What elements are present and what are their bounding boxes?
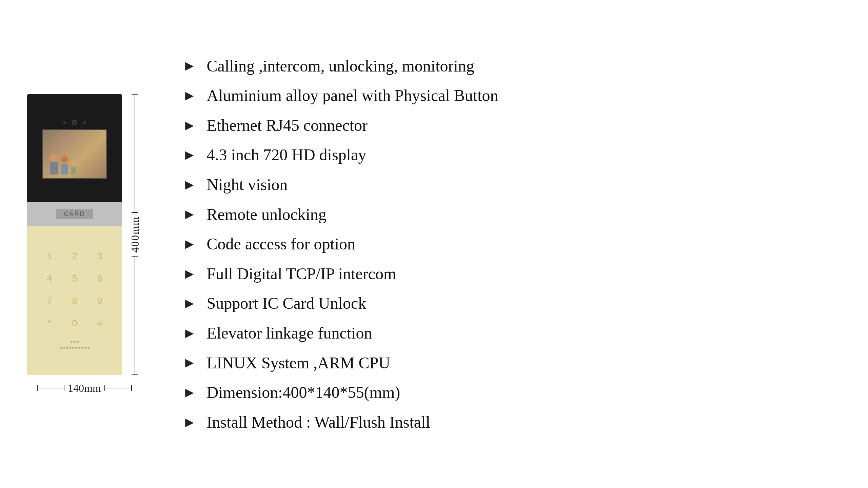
key-5[interactable]: 5 [67,271,82,286]
key-9[interactable]: 9 [92,293,107,308]
grill-dot [78,347,80,349]
grill-dot [66,347,68,349]
speaker-grill [60,347,90,349]
figure-child [71,162,76,175]
height-dim-line-top [135,94,135,213]
key-4[interactable]: 4 [42,271,57,286]
grill-dot [60,347,62,349]
spec-text-6: Remote unlocking [207,205,327,224]
grill-dot [81,347,83,349]
spec-arrow-3: ► [182,118,197,133]
height-dim-line-bottom [135,256,135,375]
spec-item-7: ►Code access for option [182,234,841,254]
camera-lens [72,120,77,125]
grill-dot [84,347,86,349]
spec-item-3: ►Ethernet RJ45 connector [182,116,841,135]
specs-section: ►Calling ,intercom, unlocking, monitorin… [182,56,841,432]
grill-dot [72,347,74,349]
device-middle: CARD [27,202,122,226]
key-1[interactable]: 1 [42,249,57,264]
spec-text-7: Code access for option [207,234,356,254]
main-container: CARD 123456789*0# [0,0,868,488]
spec-arrow-13: ► [182,415,197,429]
grill-dot [69,347,71,349]
spec-arrow-11: ► [182,355,197,370]
device-section: CARD 123456789*0# [27,94,142,394]
camera-row [63,120,86,125]
spec-text-2: Aluminium alloy panel with Physical Butt… [207,86,498,105]
screen-figures [50,154,76,175]
screen-content [43,130,106,178]
device-bottom: 123456789*0# [27,226,122,375]
height-dimension: 400mm [128,94,142,375]
spec-arrow-4: ► [182,148,197,162]
card-label: CARD [56,209,93,219]
spec-arrow-8: ► [182,267,197,281]
key-3[interactable]: 3 [92,249,107,264]
device-diagram: CARD 123456789*0# [27,94,122,375]
spec-text-5: Night vision [207,175,288,195]
spec-item-6: ►Remote unlocking [182,205,841,224]
figure-body-3 [71,167,76,175]
grill-dot [87,347,90,349]
spec-item-12: ►Dimension:400*140*55(mm) [182,383,841,402]
key-8[interactable]: 8 [67,293,82,308]
figure-head-2 [61,156,68,163]
spec-item-8: ►Full Digital TCP/IP intercom [182,264,841,284]
figure-adult1 [50,154,58,175]
spec-arrow-9: ► [182,296,197,310]
height-dimension-label: 400mm [129,216,141,253]
key-hash[interactable]: # [92,316,107,331]
spec-text-4: 4.3 inch 720 HD display [207,145,367,165]
grill-dot [63,347,65,349]
figure-body-2 [61,164,68,175]
grill-dot [75,347,77,349]
key-0[interactable]: 0 [67,316,82,331]
spec-text-8: Full Digital TCP/IP intercom [207,264,396,284]
spec-arrow-5: ► [182,178,197,192]
width-dimension-label: 140mm [68,382,101,394]
spec-item-11: ►LINUX System ,ARM CPU [182,353,841,373]
device-screen [42,129,107,179]
key-star[interactable]: * [42,316,57,331]
spec-text-11: LINUX System ,ARM CPU [207,353,390,373]
info-dots [71,341,79,343]
figure-head-3 [71,162,76,166]
spec-arrow-12: ► [182,385,197,400]
spec-arrow-7: ► [182,237,197,251]
width-dim-line-2 [104,388,132,388]
ir-led-2 [83,121,86,124]
spec-item-9: ►Support IC Card Unlock [182,293,841,313]
spec-arrow-1: ► [182,59,197,73]
spec-item-1: ►Calling ,intercom, unlocking, monitorin… [182,56,841,76]
spec-text-9: Support IC Card Unlock [207,293,367,313]
spec-item-13: ►Install Method : Wall/Flush Install [182,412,841,432]
device-top [27,94,122,202]
spec-item-10: ►Elevator linkage function [182,323,841,343]
key-7[interactable]: 7 [42,293,57,308]
spec-item-5: ►Night vision [182,175,841,195]
spec-text-13: Install Method : Wall/Flush Install [207,412,430,432]
key-6[interactable]: 6 [92,271,107,286]
width-dimension: 140mm [37,382,132,394]
spec-arrow-2: ► [182,88,197,103]
spec-arrow-10: ► [182,326,197,340]
figure-body [50,162,58,175]
spec-item-4: ► 4.3 inch 720 HD display [182,145,841,165]
spec-arrow-6: ► [182,207,197,221]
figure-head [50,154,58,162]
spec-text-12: Dimension:400*140*55(mm) [207,383,400,402]
device-info [60,341,90,349]
key-2[interactable]: 2 [67,249,82,264]
keypad-grid: 123456789*0# [42,249,107,331]
spec-text-10: Elevator linkage function [207,323,372,343]
ir-led [63,121,66,124]
figure-adult2 [61,156,68,175]
width-dim-line [37,388,64,388]
spec-item-2: ►Aluminium alloy panel with Physical But… [182,86,841,105]
spec-text-1: Calling ,intercom, unlocking, monitoring [207,56,474,76]
spec-text-3: Ethernet RJ45 connector [207,116,368,135]
